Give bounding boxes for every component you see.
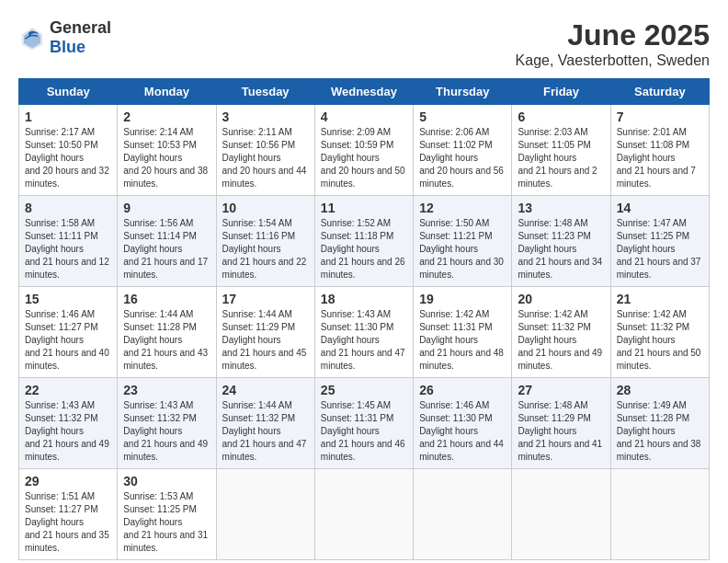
table-row <box>512 469 610 560</box>
table-row: 21 Sunrise: 1:42 AM Sunset: 11:32 PM Day… <box>610 287 709 378</box>
table-row <box>216 469 314 560</box>
table-row: 17 Sunrise: 1:44 AM Sunset: 11:29 PM Day… <box>216 287 314 378</box>
day-number: 3 <box>222 109 309 124</box>
table-row: 2 Sunrise: 2:14 AM Sunset: 10:53 PM Dayl… <box>118 105 216 196</box>
day-detail: Sunrise: 1:54 AM Sunset: 11:16 PM Daylig… <box>222 217 309 282</box>
day-detail: Sunrise: 2:01 AM Sunset: 11:08 PM Daylig… <box>617 126 703 190</box>
table-row: 16 Sunrise: 1:44 AM Sunset: 11:28 PM Day… <box>118 287 216 378</box>
day-number: 19 <box>419 292 506 306</box>
table-row: 22 Sunrise: 1:43 AM Sunset: 11:32 PM Day… <box>19 378 118 469</box>
table-row <box>414 469 512 560</box>
logo-wordmark: General Blue <box>50 18 111 57</box>
table-row: 19 Sunrise: 1:42 AM Sunset: 11:31 PM Day… <box>414 287 512 378</box>
day-number: 15 <box>25 292 111 306</box>
day-number: 1 <box>25 109 111 124</box>
table-row: 4 Sunrise: 2:09 AM Sunset: 10:59 PM Dayl… <box>314 105 413 196</box>
day-detail: Sunrise: 1:48 AM Sunset: 11:23 PM Daylig… <box>518 217 604 282</box>
day-detail: Sunrise: 1:49 AM Sunset: 11:28 PM Daylig… <box>617 399 703 464</box>
day-number: 23 <box>123 383 210 397</box>
table-row: 30 Sunrise: 1:53 AM Sunset: 11:25 PM Day… <box>118 469 216 560</box>
table-row: 9 Sunrise: 1:56 AM Sunset: 11:14 PM Dayl… <box>118 196 216 287</box>
calendar-week-row: 29 Sunrise: 1:51 AM Sunset: 11:27 PM Day… <box>19 469 710 560</box>
logo: General Blue <box>18 18 111 57</box>
day-number: 30 <box>123 474 210 488</box>
table-row: 11 Sunrise: 1:52 AM Sunset: 11:18 PM Day… <box>314 196 413 287</box>
col-saturday: Saturday <box>610 79 709 105</box>
calendar-week-row: 8 Sunrise: 1:58 AM Sunset: 11:11 PM Dayl… <box>19 196 710 287</box>
day-number: 22 <box>25 383 111 397</box>
day-number: 28 <box>617 383 703 397</box>
table-row: 5 Sunrise: 2:06 AM Sunset: 11:02 PM Dayl… <box>414 105 512 196</box>
day-detail: Sunrise: 1:44 AM Sunset: 11:28 PM Daylig… <box>123 308 210 373</box>
day-number: 7 <box>617 109 703 124</box>
day-detail: Sunrise: 1:44 AM Sunset: 11:29 PM Daylig… <box>222 308 309 373</box>
day-detail: Sunrise: 1:43 AM Sunset: 11:30 PM Daylig… <box>321 308 407 373</box>
day-detail: Sunrise: 1:56 AM Sunset: 11:14 PM Daylig… <box>123 217 210 282</box>
day-detail: Sunrise: 1:48 AM Sunset: 11:29 PM Daylig… <box>518 399 604 464</box>
table-row: 26 Sunrise: 1:46 AM Sunset: 11:30 PM Day… <box>414 378 512 469</box>
col-sunday: Sunday <box>19 79 118 105</box>
col-friday: Friday <box>512 79 610 105</box>
table-row: 12 Sunrise: 1:50 AM Sunset: 11:21 PM Day… <box>414 196 512 287</box>
day-number: 14 <box>617 201 703 215</box>
day-number: 26 <box>419 383 506 397</box>
day-detail: Sunrise: 1:51 AM Sunset: 11:27 PM Daylig… <box>25 490 111 555</box>
day-detail: Sunrise: 1:46 AM Sunset: 11:30 PM Daylig… <box>419 399 506 464</box>
day-number: 10 <box>222 201 309 215</box>
day-number: 29 <box>25 474 111 488</box>
day-number: 13 <box>518 201 604 215</box>
location-title: Kage, Vaesterbotten, Sweden <box>516 52 710 69</box>
day-number: 11 <box>321 201 407 215</box>
day-detail: Sunrise: 1:43 AM Sunset: 11:32 PM Daylig… <box>25 399 111 464</box>
table-row <box>314 469 413 560</box>
day-detail: Sunrise: 1:47 AM Sunset: 11:25 PM Daylig… <box>617 217 703 282</box>
day-detail: Sunrise: 1:42 AM Sunset: 11:31 PM Daylig… <box>419 308 506 373</box>
day-detail: Sunrise: 1:43 AM Sunset: 11:32 PM Daylig… <box>123 399 210 464</box>
day-number: 8 <box>25 201 111 215</box>
day-detail: Sunrise: 1:58 AM Sunset: 11:11 PM Daylig… <box>25 217 111 282</box>
day-detail: Sunrise: 1:45 AM Sunset: 11:31 PM Daylig… <box>321 399 407 464</box>
day-detail: Sunrise: 1:52 AM Sunset: 11:18 PM Daylig… <box>321 217 407 282</box>
calendar-week-row: 22 Sunrise: 1:43 AM Sunset: 11:32 PM Day… <box>19 378 710 469</box>
table-row: 13 Sunrise: 1:48 AM Sunset: 11:23 PM Day… <box>512 196 610 287</box>
day-number: 17 <box>222 292 309 306</box>
table-row <box>610 469 709 560</box>
col-tuesday: Tuesday <box>216 79 314 105</box>
day-number: 9 <box>123 201 210 215</box>
day-number: 12 <box>419 201 506 215</box>
calendar-table: Sunday Monday Tuesday Wednesday Thursday… <box>18 78 710 560</box>
table-row: 23 Sunrise: 1:43 AM Sunset: 11:32 PM Day… <box>118 378 216 469</box>
logo-general-text: General <box>50 18 111 37</box>
table-row: 6 Sunrise: 2:03 AM Sunset: 11:05 PM Dayl… <box>512 105 610 196</box>
table-row: 15 Sunrise: 1:46 AM Sunset: 11:27 PM Day… <box>19 287 118 378</box>
table-row: 29 Sunrise: 1:51 AM Sunset: 11:27 PM Day… <box>19 469 118 560</box>
day-detail: Sunrise: 2:11 AM Sunset: 10:56 PM Daylig… <box>222 126 309 190</box>
day-detail: Sunrise: 1:46 AM Sunset: 11:27 PM Daylig… <box>25 308 111 373</box>
table-row: 27 Sunrise: 1:48 AM Sunset: 11:29 PM Day… <box>512 378 610 469</box>
day-number: 27 <box>518 383 604 397</box>
day-number: 16 <box>123 292 210 306</box>
table-row: 10 Sunrise: 1:54 AM Sunset: 11:16 PM Day… <box>216 196 314 287</box>
table-row: 20 Sunrise: 1:42 AM Sunset: 11:32 PM Day… <box>512 287 610 378</box>
calendar-week-row: 15 Sunrise: 1:46 AM Sunset: 11:27 PM Day… <box>19 287 710 378</box>
month-title: June 2025 <box>516 18 710 52</box>
day-detail: Sunrise: 2:03 AM Sunset: 11:05 PM Daylig… <box>518 126 604 190</box>
day-detail: Sunrise: 1:50 AM Sunset: 11:21 PM Daylig… <box>419 217 506 282</box>
table-row: 24 Sunrise: 1:44 AM Sunset: 11:32 PM Day… <box>216 378 314 469</box>
col-monday: Monday <box>118 79 216 105</box>
day-number: 25 <box>321 383 407 397</box>
logo-blue-text: Blue <box>50 38 85 56</box>
day-detail: Sunrise: 1:53 AM Sunset: 11:25 PM Daylig… <box>123 490 210 555</box>
col-wednesday: Wednesday <box>314 79 413 105</box>
day-detail: Sunrise: 1:42 AM Sunset: 11:32 PM Daylig… <box>617 308 703 373</box>
day-detail: Sunrise: 1:42 AM Sunset: 11:32 PM Daylig… <box>518 308 604 373</box>
day-number: 4 <box>321 109 407 124</box>
table-row: 25 Sunrise: 1:45 AM Sunset: 11:31 PM Day… <box>314 378 413 469</box>
page-header: General Blue June 2025 Kage, Vaesterbott… <box>18 18 710 69</box>
day-detail: Sunrise: 2:14 AM Sunset: 10:53 PM Daylig… <box>123 126 210 190</box>
table-row: 18 Sunrise: 1:43 AM Sunset: 11:30 PM Day… <box>314 287 413 378</box>
calendar-header-row: Sunday Monday Tuesday Wednesday Thursday… <box>19 79 710 105</box>
day-number: 6 <box>518 109 604 124</box>
calendar-week-row: 1 Sunrise: 2:17 AM Sunset: 10:50 PM Dayl… <box>19 105 710 196</box>
logo-icon <box>18 24 46 52</box>
